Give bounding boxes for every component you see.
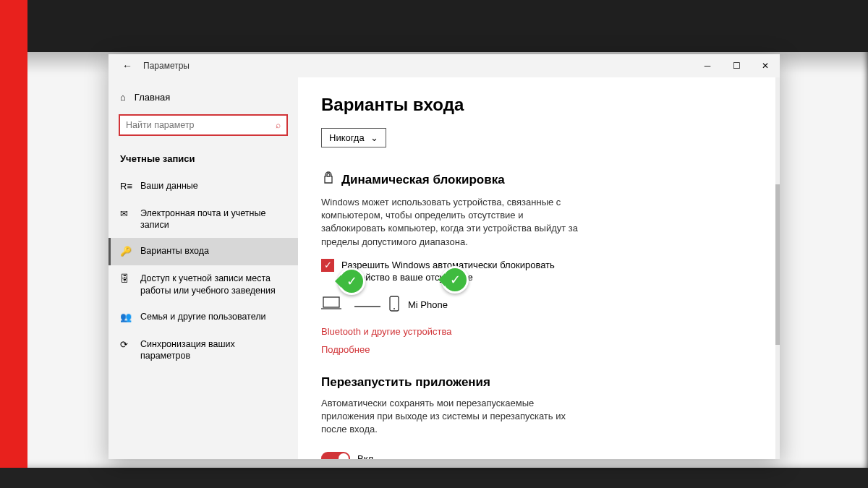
lock-icon [321, 171, 336, 189]
page-title: Варианты входа [321, 95, 757, 115]
restart-apps-toggle[interactable]: Вкл. [321, 452, 376, 459]
link-line-icon [354, 299, 380, 312]
scrollbar-thumb[interactable] [775, 184, 780, 345]
sidebar-item-work-access[interactable]: 🗄 Доступ к учетной записи места работы и… [109, 265, 298, 304]
dynamic-lock-description: Windows может использовать устройства, с… [321, 196, 582, 249]
sidebar-item-label: Варианты входа [140, 245, 286, 257]
chevron-down-icon: ⌄ [370, 132, 378, 143]
section-restart-apps-title: Перезапустить приложения [321, 375, 757, 390]
sidebar-item-sync[interactable]: ⟳ Синхронизация ваших параметров [109, 331, 298, 369]
toggle-label: Вкл. [357, 453, 376, 459]
sidebar-home-label: Главная [135, 92, 170, 103]
window-title: Параметры [143, 61, 190, 71]
content-pane: Варианты входа Никогда ⌄ Динамическая бл… [298, 77, 780, 459]
linked-device-row: Mi Phone [321, 296, 757, 314]
device-name: Mi Phone [408, 299, 448, 310]
sidebar-item-label: Синхронизация ваших параметров [140, 338, 286, 362]
link-bluetooth[interactable]: Bluetooth и другие устройства [321, 326, 757, 337]
sidebar-item-label: Ваши данные [140, 180, 286, 192]
phone-icon [389, 296, 399, 314]
sidebar: ⌂ Главная ⌕ Учетные записи R≡ Ваши данны… [109, 77, 298, 459]
sidebar-item-label: Семья и другие пользователи [140, 311, 286, 322]
back-button[interactable]: ← [117, 56, 137, 76]
sidebar-item-label: Электронная почта и учетные записи [140, 207, 286, 231]
people-icon: 👥 [120, 312, 132, 324]
person-icon: R≡ [120, 181, 132, 193]
svg-rect-0 [323, 297, 339, 307]
dynamic-lock-checkbox[interactable]: ✓ [321, 259, 334, 272]
mail-icon: ✉ [120, 208, 132, 221]
settings-window: ← Параметры ─ ☐ ✕ ⌂ Главная ⌕ Учетные за… [109, 54, 780, 459]
dropdown-value: Никогда [329, 132, 365, 143]
laptop-icon [321, 296, 346, 314]
search-box[interactable]: ⌕ [119, 114, 288, 136]
link-learn-more[interactable]: Подробнее [321, 344, 757, 355]
sidebar-item-family[interactable]: 👥 Семья и другие пользователи [109, 304, 298, 331]
search-icon: ⌕ [276, 120, 281, 130]
restart-apps-description: Автоматически сохранять мои перезапускае… [321, 397, 582, 437]
sync-icon: ⟳ [120, 339, 132, 351]
maximize-button[interactable]: ☐ [722, 54, 751, 77]
briefcase-icon: 🗄 [120, 273, 132, 286]
sidebar-item-your-info[interactable]: R≡ Ваши данные [109, 173, 298, 200]
sidebar-item-label: Доступ к учетной записи места работы или… [140, 273, 286, 296]
sidebar-home[interactable]: ⌂ Главная [109, 86, 298, 108]
section-dynamic-lock-title: Динамическая блокировка [321, 171, 757, 189]
scrollbar[interactable] [775, 77, 780, 459]
home-icon: ⌂ [120, 92, 126, 103]
require-signin-dropdown[interactable]: Никогда ⌄ [321, 128, 386, 147]
sidebar-category: Учетные записи [109, 145, 298, 173]
titlebar: ← Параметры ─ ☐ ✕ [109, 54, 780, 77]
key-icon: 🔑 [120, 246, 132, 258]
annotation-badge-2: ✓ [441, 266, 469, 294]
search-input[interactable] [126, 120, 276, 130]
sidebar-item-signin-options[interactable]: 🔑 Варианты входа [109, 238, 298, 265]
minimize-button[interactable]: ─ [693, 54, 722, 77]
sidebar-item-email[interactable]: ✉ Электронная почта и учетные записи [109, 200, 298, 239]
close-button[interactable]: ✕ [751, 54, 780, 77]
svg-point-3 [393, 308, 395, 309]
annotation-badge-1: ✓ [338, 267, 365, 295]
